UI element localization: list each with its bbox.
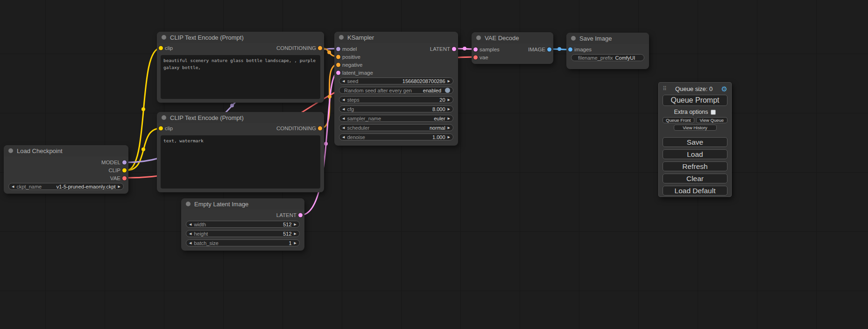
node-titlebar[interactable]: KSampler [334, 32, 458, 43]
negative-input-dot[interactable] [336, 63, 340, 67]
denoise-widget[interactable]: ◀ denoise 1.000 ▶ [339, 133, 453, 140]
width-widget[interactable]: ◀ width 512 ▶ [186, 221, 300, 228]
random-seed-toggle-widget[interactable]: Random seed after every gen enabled [339, 87, 453, 94]
load-button[interactable]: Load [663, 149, 727, 159]
node-clip-text-encode-positive[interactable]: CLIP Text Encode (Prompt) clip CONDITION… [157, 32, 324, 103]
output-slot-latent[interactable]: LATENT [181, 211, 304, 219]
conditioning-output-dot[interactable] [318, 46, 322, 50]
decrement-icon[interactable]: ◀ [342, 98, 345, 101]
positive-prompt-textarea[interactable]: beautiful scenery nature glass bottle la… [161, 55, 320, 99]
node-status-dot[interactable] [8, 148, 13, 153]
increment-icon[interactable]: ▶ [448, 126, 450, 129]
node-clip-text-encode-negative[interactable]: CLIP Text Encode (Prompt) clip CONDITION… [157, 112, 324, 192]
clear-button[interactable]: Clear [663, 174, 727, 183]
filename-prefix-widget[interactable]: filename_prefix ComfyUI [571, 54, 644, 61]
increment-icon[interactable]: ▶ [294, 223, 296, 226]
node-status-dot[interactable] [162, 115, 166, 120]
next-value-icon[interactable]: ▶ [118, 185, 120, 188]
save-button[interactable]: Save [663, 137, 727, 147]
vae-output-dot[interactable] [122, 176, 127, 180]
node-graph-canvas[interactable]: Load Checkpoint MODEL CLIP VAE ◀ ckpt_na… [0, 0, 868, 329]
drag-handle-icon[interactable]: ⠿ [663, 85, 667, 92]
increment-icon[interactable]: ▶ [294, 232, 296, 235]
queue-prompt-button[interactable]: Queue Prompt [663, 95, 727, 106]
increment-icon[interactable]: ▶ [448, 135, 450, 139]
input-slot-images[interactable]: images [566, 45, 649, 53]
node-vae-decode[interactable]: VAE Decode samples IMAGE vae [472, 32, 553, 64]
increment-icon[interactable]: ▶ [448, 107, 450, 111]
latent-output-dot[interactable] [452, 47, 456, 51]
node-status-dot[interactable] [339, 35, 344, 40]
node-status-dot[interactable] [571, 36, 576, 41]
extra-options-row: Extra options [663, 109, 727, 115]
increment-icon[interactable]: ▶ [448, 79, 450, 83]
node-titlebar[interactable]: CLIP Text Encode (Prompt) [157, 112, 324, 123]
output-slot-model[interactable]: MODEL [4, 158, 128, 166]
decrement-icon[interactable]: ◀ [189, 241, 191, 245]
sampler-name-widget[interactable]: ◀ sampler_name euler ▶ [339, 115, 453, 122]
input-slot-latent-image[interactable]: latent_image [334, 69, 458, 77]
node-ksampler[interactable]: KSampler model LATENT positive negative … [334, 32, 458, 146]
height-widget[interactable]: ◀ height 512 ▶ [186, 230, 300, 237]
toggle-knob-icon[interactable] [445, 88, 450, 93]
queue-front-button[interactable]: Queue Front [663, 117, 694, 123]
refresh-button[interactable]: Refresh [663, 161, 727, 171]
queue-panel[interactable]: ⠿ Queue size: 0 ⚙ Queue Prompt Extra opt… [658, 82, 732, 197]
decrement-icon[interactable]: ◀ [342, 117, 345, 120]
increment-icon[interactable]: ▶ [448, 117, 450, 120]
decrement-icon[interactable]: ◀ [189, 223, 191, 226]
decrement-icon[interactable]: ◀ [189, 232, 191, 235]
model-input-dot[interactable] [336, 47, 340, 51]
batch-size-widget[interactable]: ◀ batch_size 1 ▶ [186, 239, 300, 246]
node-status-dot[interactable] [162, 35, 166, 40]
extra-options-checkbox[interactable] [711, 110, 716, 115]
latent-output-dot[interactable] [298, 213, 303, 217]
decrement-icon[interactable]: ◀ [342, 107, 345, 111]
node-titlebar[interactable]: VAE Decode [472, 32, 553, 43]
conditioning-output-dot[interactable] [318, 126, 322, 131]
output-slot-vae[interactable]: VAE [4, 174, 128, 182]
positive-input-dot[interactable] [336, 55, 340, 59]
node-status-dot[interactable] [476, 35, 481, 40]
settings-gear-icon[interactable]: ⚙ [721, 85, 727, 92]
seed-widget[interactable]: ◀ seed 156680208700286 ▶ [339, 77, 453, 84]
ckpt-name-widget[interactable]: ◀ ckpt_name v1-5-pruned-emaonly.ckpt ▶ [8, 183, 124, 190]
images-input-dot[interactable] [568, 47, 572, 51]
vae-input-dot[interactable] [473, 55, 478, 59]
image-output-dot[interactable] [547, 47, 551, 51]
clip-input-dot[interactable] [159, 126, 163, 131]
extra-options-label: Extra options [674, 109, 708, 115]
input-slot-positive[interactable]: positive [334, 53, 458, 61]
input-slot-vae[interactable]: vae [472, 53, 553, 61]
node-status-dot[interactable] [186, 202, 191, 206]
prev-value-icon[interactable]: ◀ [12, 185, 14, 188]
node-titlebar[interactable]: CLIP Text Encode (Prompt) [157, 32, 324, 43]
wire-midpoint-dot [557, 47, 561, 51]
node-titlebar[interactable]: Save Image [566, 33, 649, 44]
scheduler-widget[interactable]: ◀ scheduler normal ▶ [339, 124, 453, 131]
increment-icon[interactable]: ▶ [294, 241, 296, 245]
increment-icon[interactable]: ▶ [448, 98, 450, 101]
input-slot-negative[interactable]: negative [334, 61, 458, 69]
decrement-icon[interactable]: ◀ [342, 79, 345, 83]
clip-input-dot[interactable] [159, 46, 163, 50]
view-history-button[interactable]: View History [674, 125, 717, 131]
decrement-icon[interactable]: ◀ [342, 126, 345, 129]
slot-row: clip CONDITIONING [157, 123, 324, 133]
output-slot-clip[interactable]: CLIP [4, 166, 128, 174]
node-empty-latent-image[interactable]: Empty Latent Image LATENT ◀ width 512 ▶ … [181, 198, 304, 251]
negative-prompt-textarea[interactable]: text, watermark [161, 135, 320, 189]
steps-widget[interactable]: ◀ steps 20 ▶ [339, 96, 453, 103]
node-titlebar[interactable]: Load Checkpoint [4, 145, 128, 156]
node-titlebar[interactable]: Empty Latent Image [181, 198, 304, 210]
view-queue-button[interactable]: View Queue [696, 117, 728, 123]
model-output-dot[interactable] [122, 160, 127, 164]
cfg-widget[interactable]: ◀ cfg 8.000 ▶ [339, 105, 453, 112]
load-default-button[interactable]: Load Default [663, 186, 727, 196]
node-load-checkpoint[interactable]: Load Checkpoint MODEL CLIP VAE ◀ ckpt_na… [4, 145, 128, 194]
latent-image-input-dot[interactable] [336, 70, 340, 75]
clip-output-dot[interactable] [122, 168, 127, 172]
decrement-icon[interactable]: ◀ [342, 135, 345, 139]
samples-input-dot[interactable] [473, 47, 478, 51]
node-save-image[interactable]: Save Image images filename_prefix ComfyU… [566, 33, 649, 69]
